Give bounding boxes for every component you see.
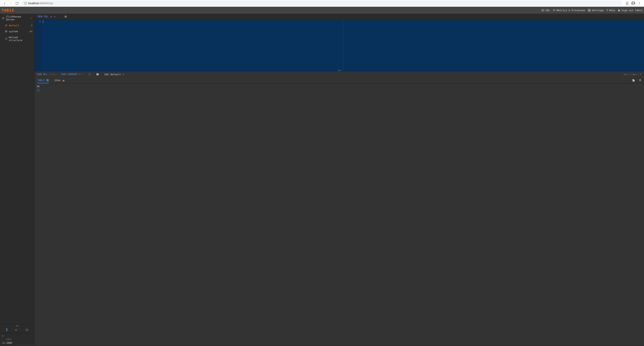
sidebar-bottom: Σ + limit 123	[0, 324, 34, 346]
url-bar[interactable]: localhost:8080/#!/sql	[22, 1, 622, 6]
run-bar: RUN ALL ↑ + ⌘ + ⏎ RUN CURRENT ⌘ + ⏎	[34, 71, 644, 77]
arrow-up-icon[interactable]: ↑	[49, 73, 50, 75]
caret-down-icon: ▼	[123, 73, 124, 75]
logo: TABiX	[2, 8, 14, 13]
list-icon	[553, 9, 556, 12]
db-name: system	[9, 30, 18, 33]
svg-point-7	[639, 3, 640, 4]
header-nav: SQL Metrics & Processes Settings ? Help	[542, 9, 642, 12]
sigma-icon[interactable]: Σ	[6, 328, 8, 331]
editor-gutter: 1	[34, 19, 42, 71]
svg-rect-29	[63, 80, 64, 81]
fullscreen-icon[interactable]	[88, 73, 91, 76]
command-icon[interactable]: ⌘	[52, 73, 54, 75]
sidebar-tree: Clickhouse Server default 1	[0, 14, 34, 324]
editor-margin-line	[343, 19, 343, 71]
plus-icon[interactable]: +	[54, 73, 56, 75]
sidebar-db-default[interactable]: default 1	[0, 23, 34, 29]
enter-icon[interactable]: ⏎	[82, 73, 84, 75]
export-icon[interactable]: x	[632, 79, 635, 82]
chevron-down-icon	[30, 17, 32, 19]
result-tab-table-label: TABLE	[37, 79, 45, 82]
close-icon[interactable]: ✕	[54, 15, 56, 18]
app: TABiX SQL Metrics & Processes Settings	[0, 7, 644, 346]
result-tab-draw-label: DRAW	[55, 79, 60, 82]
nav-help-label: Help	[609, 9, 615, 12]
svg-point-18	[5, 25, 7, 25]
reload-button[interactable]	[14, 1, 20, 6]
run-current-group: RUN CURRENT ⌘ + ⏎	[61, 73, 84, 76]
refresh-icon	[5, 38, 7, 40]
kebab-menu-icon[interactable]	[637, 1, 642, 6]
database-icon	[5, 24, 7, 27]
result-tab-draw[interactable]: DRAW	[55, 79, 65, 82]
tab-add[interactable]	[64, 15, 67, 18]
limit-input[interactable]	[6, 341, 39, 345]
nav-sql[interactable]: SQL	[542, 9, 550, 12]
pane-resize-handle[interactable]	[338, 70, 341, 71]
plus-icon[interactable]: +	[50, 73, 52, 75]
nav-settings[interactable]: Settings	[588, 9, 604, 12]
line-number: 1	[35, 20, 41, 23]
nav-metrics-label: Metrics & Processes	[556, 9, 585, 12]
svg-marker-3	[626, 2, 629, 5]
lock-icon	[618, 9, 620, 12]
svg-rect-30	[64, 80, 64, 81]
sidebar-server[interactable]: Clickhouse Server	[0, 14, 34, 23]
run-all-group: RUN ALL ↑ + ⌘ + ⏎	[37, 73, 58, 76]
result-pane: OK ||	[34, 84, 644, 346]
gear-icon	[588, 9, 591, 12]
svg-point-13	[589, 10, 590, 11]
db-name: default	[9, 24, 19, 27]
profile-icon[interactable]	[630, 1, 636, 6]
forward-button[interactable]	[8, 1, 14, 6]
run-all-button[interactable]: RUN ALL	[37, 73, 48, 76]
num-badge: 123	[2, 342, 5, 344]
limit-label: limit	[0, 338, 34, 341]
nav-sql-label: SQL	[546, 9, 550, 12]
db-count: 1	[31, 24, 32, 27]
nav-signout-label: Sign out [dev]	[622, 9, 642, 12]
result-tab-table[interactable]: TABLE	[37, 77, 49, 83]
sql-editor[interactable]: 1	[34, 19, 644, 71]
command-icon[interactable]: ⌘	[79, 73, 80, 75]
run-current-button[interactable]: RUN CURRENT	[61, 73, 78, 76]
svg-rect-28	[62, 80, 63, 81]
url-text: localhost:8080/#!/sql	[28, 2, 53, 5]
sidebar-db-system[interactable]: system 64	[0, 29, 34, 34]
enter-icon[interactable]: ⏎	[56, 73, 58, 75]
database-selector-label: USE default	[104, 73, 121, 76]
plus-icon[interactable]: +	[81, 73, 82, 75]
svg-point-5	[632, 2, 634, 4]
svg-point-8	[639, 4, 640, 5]
history-icon[interactable]	[26, 328, 28, 331]
sidebar-add[interactable]: +	[0, 334, 34, 338]
star-icon[interactable]	[624, 1, 630, 6]
nav-help[interactable]: ? Help	[606, 9, 615, 12]
nav-signout[interactable]: Sign out [dev]	[618, 9, 642, 12]
menu-icon	[2, 17, 4, 19]
result-status: OK	[37, 85, 642, 88]
tab-new-sql[interactable]: NEW SQL ✕	[36, 15, 57, 19]
sidebar-reload-label: Reload structure	[9, 36, 32, 42]
save-icon[interactable]	[96, 73, 99, 76]
help-icon: ?	[606, 9, 608, 12]
sidebar-reload[interactable]: Reload structure	[0, 34, 34, 43]
app-body: Clickhouse Server default 1	[0, 14, 644, 346]
tab-bar: NEW SQL ✕	[34, 14, 644, 19]
nav-settings-label: Settings	[592, 9, 604, 12]
editor-textarea[interactable]	[42, 19, 644, 71]
result-tabs: TABLE DRAW x	[34, 77, 644, 84]
database-selector[interactable]: USE default ▼	[104, 73, 124, 76]
tag-icon[interactable]	[15, 328, 18, 331]
back-button[interactable]	[2, 1, 7, 6]
grid-icon	[46, 79, 49, 82]
sidebar: Clickhouse Server default 1	[0, 14, 34, 346]
nav-metrics[interactable]: Metrics & Processes	[553, 9, 585, 12]
pencil-icon[interactable]	[50, 16, 52, 18]
browser-chrome: localhost:8080/#!/sql	[0, 0, 644, 7]
result-cursor: ||	[37, 89, 642, 92]
sidebar-drag-handle[interactable]	[0, 325, 34, 327]
pin-icon[interactable]	[639, 79, 641, 82]
app-header: TABiX SQL Metrics & Processes Settings	[0, 7, 644, 14]
